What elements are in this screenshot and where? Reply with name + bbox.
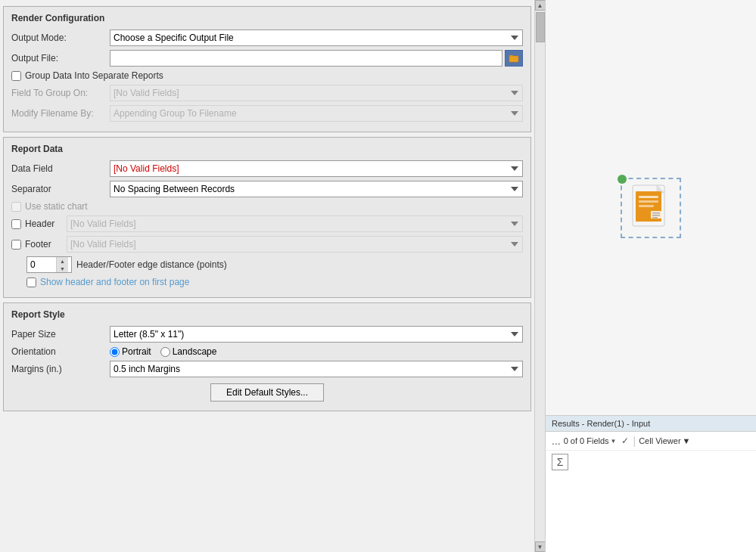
spinner-row: ▲ ▼ Header/Footer edge distance (points): [26, 256, 523, 273]
landscape-label: Landscape: [173, 346, 217, 357]
header-row: Header [No Valid Fields]: [11, 216, 523, 232]
scroll-up-arrow[interactable]: ▲: [535, 0, 546, 11]
footer-checkbox[interactable]: [11, 240, 21, 250]
svg-rect-8: [639, 205, 654, 207]
use-static-chart-label: Use static chart: [25, 201, 88, 212]
svg-rect-11: [652, 215, 660, 216]
portrait-label: Portrait: [122, 346, 151, 357]
spinner-description: Header/Footer edge distance (points): [76, 259, 227, 270]
report-style-section: Report Style Paper Size Letter (8.5" x 1…: [3, 302, 531, 411]
landscape-radio[interactable]: [160, 347, 170, 357]
paper-size-row: Paper Size Letter (8.5" x 11"): [11, 326, 523, 343]
fields-dropdown[interactable]: 0 of 0 Fields ▼: [564, 436, 617, 445]
group-data-label[interactable]: Group Data Into Separate Reports: [25, 70, 163, 81]
margins-select[interactable]: 0.5 inch Margins: [110, 361, 523, 377]
sigma-button[interactable]: Σ: [552, 454, 568, 470]
viewer-chevron-icon: ▼: [683, 436, 691, 445]
spinner-up-button[interactable]: ▲: [56, 257, 68, 265]
document-icon-wrapper: [621, 178, 681, 238]
field-to-group-label: Field To Group On:: [11, 88, 110, 98]
separator-row: Separator No Spacing Between Records: [11, 181, 523, 197]
show-header-footer-label[interactable]: Show header and footer on first page: [40, 277, 189, 287]
landscape-radio-label[interactable]: Landscape: [160, 346, 217, 357]
left-panel: Render Configuration Output Mode: Choose…: [0, 0, 545, 552]
fields-chevron-icon: ▼: [611, 438, 617, 445]
document-icon: [630, 184, 672, 232]
show-header-footer-row: Show header and footer on first page: [26, 277, 523, 287]
output-file-label: Output File:: [11, 53, 110, 64]
paper-size-label: Paper Size: [11, 329, 110, 340]
orientation-label: Orientation: [11, 346, 110, 357]
pipe-separator: |: [633, 435, 636, 447]
spinner-buttons: ▲ ▼: [56, 257, 68, 272]
canvas-area: [546, 0, 756, 416]
use-static-chart-checkbox[interactable]: [11, 202, 21, 212]
spinner-input[interactable]: [27, 257, 56, 272]
use-static-chart-row: Use static chart: [11, 201, 523, 212]
modify-filename-label: Modify Filename By:: [11, 108, 110, 119]
svg-rect-10: [652, 212, 660, 214]
footer-field-select[interactable]: [No Valid Fields]: [67, 236, 523, 253]
svg-rect-7: [639, 200, 658, 203]
report-style-title: Report Style: [11, 309, 523, 320]
margins-row: Margins (in.) 0.5 inch Margins: [11, 361, 523, 377]
svg-rect-6: [639, 196, 658, 198]
sigma-label: Σ: [557, 456, 564, 468]
group-data-row: Group Data Into Separate Reports: [11, 70, 523, 81]
show-header-footer-checkbox[interactable]: [26, 278, 36, 287]
footer-row: Footer [No Valid Fields]: [11, 236, 523, 253]
scroll-thumb[interactable]: [536, 12, 545, 42]
viewer-label: Cell Viewer: [639, 436, 680, 445]
header-field-select[interactable]: [No Valid Fields]: [67, 216, 523, 232]
separator-select[interactable]: No Spacing Between Records: [110, 181, 523, 197]
main-scroll-container[interactable]: Render Configuration Output Mode: Choose…: [0, 0, 534, 552]
orientation-radio-group: Portrait Landscape: [110, 346, 216, 357]
header-label: Header: [25, 219, 67, 229]
spinner-down-button[interactable]: ▼: [56, 265, 68, 272]
data-field-row: Data Field [No Valid Fields]: [11, 160, 523, 177]
report-data-title: Report Data: [11, 144, 523, 154]
output-mode-row: Output Mode: Choose a Specific Output Fi…: [11, 29, 523, 46]
output-file-input[interactable]: [110, 50, 502, 67]
check-icon[interactable]: ✓: [621, 436, 629, 446]
output-file-row: Output File:: [11, 50, 523, 67]
separator-label: Separator: [11, 184, 110, 194]
svg-rect-0: [509, 56, 518, 62]
orientation-row: Orientation Portrait Landscape: [11, 346, 523, 357]
portrait-radio[interactable]: [110, 347, 120, 357]
data-field-label: Data Field: [11, 163, 110, 174]
fields-count-label: 0 of 0 Fields: [564, 436, 609, 445]
group-data-checkbox[interactable]: [11, 71, 21, 81]
render-config-section: Render Configuration Output Mode: Choose…: [3, 6, 531, 132]
modify-filename-row: Modify Filename By: Appending Group To F…: [11, 105, 523, 122]
folder-icon: [509, 53, 519, 64]
results-title-bar: Results - Render(1) - Input: [546, 416, 756, 432]
results-panel: Results - Render(1) - Input ... 0 of 0 F…: [546, 416, 756, 552]
viewer-dropdown[interactable]: Cell Viewer ▼: [639, 436, 690, 445]
results-toolbar: ... 0 of 0 Fields ▼ ✓ | Cell Viewer ▼: [546, 432, 756, 451]
file-browse-button[interactable]: [505, 50, 523, 67]
scroll-down-arrow[interactable]: ▼: [535, 541, 546, 552]
results-content: Σ: [546, 451, 756, 552]
render-config-title: Render Configuration: [11, 13, 523, 23]
margins-label: Margins (in.): [11, 364, 110, 374]
data-field-select[interactable]: [No Valid Fields]: [110, 160, 523, 177]
results-menu-dots[interactable]: ...: [552, 435, 561, 447]
svg-rect-12: [652, 217, 658, 219]
output-mode-select[interactable]: Choose a Specific Output File: [110, 29, 523, 46]
portrait-radio-label[interactable]: Portrait: [110, 346, 151, 357]
edit-default-styles-button[interactable]: Edit Default Styles...: [210, 383, 324, 402]
output-mode-label: Output Mode:: [11, 33, 110, 43]
spinner-wrapper: ▲ ▼: [26, 256, 72, 273]
field-to-group-select[interactable]: [No Valid Fields]: [110, 85, 523, 101]
report-data-section: Report Data Data Field [No Valid Fields]…: [3, 137, 531, 298]
right-panel: Results - Render(1) - Input ... 0 of 0 F…: [545, 0, 756, 552]
scrollbar-track: ▲ ▼: [534, 0, 545, 552]
header-checkbox[interactable]: [11, 219, 21, 229]
footer-label: Footer: [25, 239, 67, 250]
paper-size-select[interactable]: Letter (8.5" x 11"): [110, 326, 523, 343]
modify-filename-select[interactable]: Appending Group To Filename: [110, 105, 523, 122]
field-group-row: Field To Group On: [No Valid Fields]: [11, 85, 523, 101]
green-dot-indicator: [618, 175, 627, 184]
